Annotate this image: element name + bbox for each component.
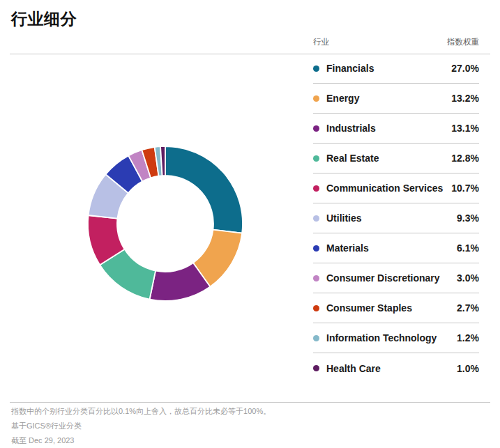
legend-sector-label: Consumer Discretionary: [326, 272, 440, 284]
legend-sector-weight: 13.2%: [451, 93, 479, 104]
legend-column-headers: 行业 指数权重: [313, 37, 479, 47]
legend-row: Consumer Staples2.7%: [313, 293, 479, 323]
legend-row: Materials6.1%: [313, 233, 479, 263]
legend-row: Communication Services10.7%: [313, 173, 479, 203]
legend-row: Industrials13.1%: [313, 114, 479, 144]
legend-color-dot: [313, 125, 319, 132]
legend-row-left: Information Technology: [313, 332, 437, 343]
donut-chart-svg: [82, 140, 249, 307]
sector-legend-table: Financials27.0%Energy13.2%Industrials13.…: [313, 54, 479, 383]
legend-row: Information Technology1.2%: [313, 323, 479, 353]
legend-row-left: Materials: [313, 242, 369, 254]
legend-sector-weight: 27.0%: [451, 63, 479, 74]
legend-sector-weight: 1.0%: [457, 363, 479, 374]
legend-sector-label: Consumer Staples: [326, 302, 412, 314]
legend-sector-weight: 2.7%: [457, 302, 479, 314]
legend-sector-label: Utilities: [326, 213, 362, 224]
legend-sector-label: Communication Services: [326, 183, 443, 194]
sector-donut-chart: [82, 140, 249, 307]
donut-slice-financials: [165, 146, 243, 233]
legend-color-dot: [313, 95, 319, 102]
legend-sector-weight: 3.0%: [457, 272, 479, 284]
legend-color-dot: [313, 275, 319, 281]
legend-row: Consumer Discretionary3.0%: [313, 263, 479, 293]
legend-sector-label: Materials: [326, 242, 369, 254]
legend-sector-weight: 13.1%: [451, 123, 479, 134]
legend-row-left: Industrials: [313, 123, 376, 134]
legend-sector-weight: 9.3%: [457, 213, 479, 224]
legend-sector-weight: 12.8%: [451, 153, 479, 164]
footer-divider: [10, 402, 490, 403]
legend-sector-label: Health Care: [326, 363, 381, 374]
footnote-as-of-date: 截至 Dec 29, 2023: [11, 435, 485, 446]
footnote-gics: 基于GICS®行业分类: [11, 421, 485, 431]
legend-color-dot: [313, 245, 319, 252]
footnotes: 指数中的个别行业分类百分比以0.1%向上舍入，故总百分比未必等于100%。 基于…: [11, 406, 485, 448]
legend-row-left: Energy: [313, 93, 359, 104]
legend-row-left: Consumer Discretionary: [313, 272, 440, 284]
legend-sector-label: Financials: [326, 63, 374, 74]
legend-sector-label: Information Technology: [326, 332, 437, 343]
legend-row-left: Communication Services: [313, 183, 443, 194]
footnote-rounding: 指数中的个别行业分类百分比以0.1%向上舍入，故总百分比未必等于100%。: [11, 406, 485, 417]
legend-row-left: Health Care: [313, 363, 381, 374]
legend-row: Financials27.0%: [313, 54, 479, 84]
legend-row: Energy13.2%: [313, 84, 479, 114]
page-title: 行业细分: [11, 8, 77, 30]
legend-color-dot: [313, 305, 319, 311]
legend-sector-weight: 1.2%: [457, 332, 479, 343]
legend-color-dot: [313, 335, 319, 341]
legend-row: Real Estate12.8%: [313, 144, 479, 173]
legend-row-left: Consumer Staples: [313, 302, 412, 314]
legend-row-left: Real Estate: [313, 153, 379, 164]
legend-color-dot: [313, 65, 319, 72]
legend-row-left: Financials: [313, 63, 374, 74]
legend-color-dot: [313, 155, 319, 162]
legend-row: Health Care1.0%: [313, 353, 479, 383]
legend-col-industry: 行业: [313, 37, 329, 47]
legend-sector-label: Industrials: [326, 123, 376, 134]
legend-color-dot: [313, 215, 319, 222]
sector-breakdown-page: 行业细分 行业 指数权重 Financials27.0%Energy13.2%I…: [0, 0, 500, 448]
legend-row-left: Utilities: [313, 213, 362, 224]
legend-sector-label: Energy: [326, 93, 359, 104]
legend-color-dot: [313, 185, 319, 192]
legend-sector-weight: 6.1%: [457, 242, 479, 254]
legend-row: Utilities9.3%: [313, 203, 479, 233]
legend-color-dot: [313, 365, 319, 371]
legend-col-weight: 指数权重: [447, 37, 479, 47]
legend-sector-label: Real Estate: [326, 153, 379, 164]
legend-sector-weight: 10.7%: [451, 183, 479, 194]
